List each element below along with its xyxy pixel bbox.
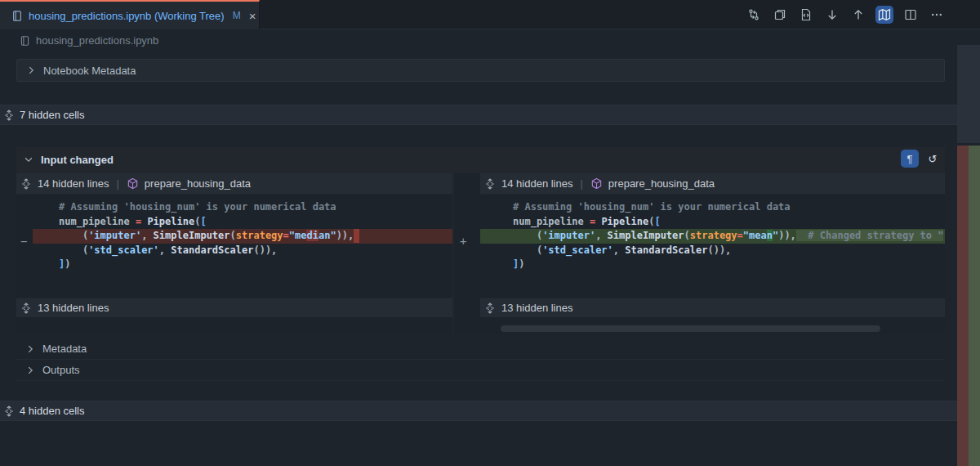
- diff-editor-modified[interactable]: 14 hidden lines | prepare_housing_data #…: [454, 173, 945, 334]
- ruler-added-strip: [969, 146, 980, 466]
- hidden-lines-footer[interactable]: 13 hidden lines: [16, 298, 452, 317]
- unfold-icon: [484, 178, 496, 190]
- code-line: ('std_scaler', StandardScaler()),: [454, 244, 945, 258]
- unfold-icon: [20, 178, 32, 190]
- metadata-row[interactable]: Metadata: [16, 338, 945, 360]
- outputs-row[interactable]: Outputs: [16, 360, 945, 381]
- notebook-metadata-label: Notebook Metadata: [43, 65, 136, 77]
- code-block-modified[interactable]: # Assuming 'housing_num' is your numeric…: [454, 195, 945, 298]
- code-block-original[interactable]: # Assuming 'housing_num' is your numeric…: [16, 195, 452, 298]
- discard-changes-button[interactable]: ↺: [924, 150, 942, 168]
- chevron-right-icon: [24, 343, 36, 355]
- arrow-down-icon[interactable]: [823, 6, 841, 24]
- symbol-method-icon: [590, 177, 603, 190]
- arrow-up-icon[interactable]: [849, 6, 867, 24]
- hidden-cells-bottom[interactable]: 4 hidden cells: [0, 401, 957, 421]
- hidden-lines-bottom-label: 13 hidden lines: [501, 302, 572, 314]
- symbol-name: prepare_housing_data: [145, 177, 251, 190]
- hidden-lines-bottom-label: 13 hidden lines: [38, 302, 109, 314]
- code-line: ]): [16, 258, 452, 272]
- editor-toolbar: [745, 0, 946, 29]
- hidden-lines-top-label: 14 hidden lines: [501, 177, 572, 190]
- code-line: ('imputer', SimpleImputer(strategy="mean…: [454, 229, 945, 244]
- removed-gutter-sign: −: [20, 235, 27, 248]
- separator: |: [114, 177, 120, 190]
- symbol-name: prepare_housing_data: [608, 177, 715, 190]
- code-line: num_pipeline = Pipeline([: [16, 215, 452, 230]
- unfold-icon: [3, 110, 15, 121]
- hidden-lines-header[interactable]: 14 hidden lines | prepare_housing_data: [16, 173, 452, 195]
- notebook-icon: [20, 35, 30, 47]
- file-code-icon[interactable]: [797, 6, 815, 24]
- notebook-icon: [11, 10, 23, 22]
- split-editor-icon[interactable]: [902, 6, 920, 24]
- input-changed-cell: Input changed ¶ ↺ 14 hidden lines | prep…: [16, 147, 945, 334]
- added-gutter-sign: +: [460, 235, 466, 248]
- code-line: # Assuming 'housing_num' is your numeric…: [16, 200, 452, 215]
- hidden-lines-header[interactable]: 14 hidden lines | prepare_housing_data: [480, 173, 945, 195]
- toggle-whitespace-button[interactable]: ¶: [901, 150, 919, 168]
- code-line: num_pipeline = Pipeline([: [454, 215, 945, 230]
- notebook-metadata-row[interactable]: Notebook Metadata: [16, 59, 945, 82]
- map-icon[interactable]: [875, 6, 893, 24]
- symbol-method-icon: [127, 177, 139, 190]
- hidden-lines-footer[interactable]: 13 hidden lines: [480, 298, 945, 317]
- breadcrumb[interactable]: housing_predictions.ipynb: [0, 30, 957, 51]
- open-changes-icon[interactable]: [771, 6, 789, 24]
- unfold-icon: [20, 302, 32, 314]
- unfold-icon: [484, 302, 496, 314]
- tab-working-tree[interactable]: housing_predictions.ipynb (Working Tree)…: [0, 0, 260, 29]
- tab-bar: housing_predictions.ipynb (Working Tree)…: [0, 0, 980, 29]
- diff-editor-original[interactable]: 14 hidden lines | prepare_housing_data #…: [16, 173, 452, 334]
- overview-ruler[interactable]: [957, 29, 980, 466]
- chevron-down-icon: [23, 154, 34, 165]
- breadcrumb-file: housing_predictions.ipynb: [36, 34, 158, 47]
- more-actions-icon[interactable]: [928, 6, 946, 24]
- cell-header-title: Input changed: [41, 154, 114, 166]
- vscode-notebook-diff: housing_predictions.ipynb (Working Tree)…: [0, 0, 980, 466]
- code-line: ('imputer', SimpleImputer(strategy="medi…: [16, 229, 452, 244]
- hidden-lines-top-label: 14 hidden lines: [38, 177, 109, 190]
- hidden-cells-top[interactable]: 7 hidden cells: [0, 105, 957, 125]
- unfold-icon: [3, 406, 15, 417]
- code-line: # Assuming 'housing_num' is your numeric…: [454, 200, 945, 215]
- cell-header[interactable]: Input changed ¶ ↺: [16, 147, 945, 172]
- code-line: ]): [454, 258, 945, 272]
- tab-title: housing_predictions.ipynb (Working Tree): [29, 10, 225, 22]
- chevron-right-icon: [25, 65, 37, 76]
- ruler-removed-strip: [957, 146, 969, 466]
- close-icon[interactable]: ×: [249, 10, 256, 22]
- scrollbar-thumb[interactable]: [957, 45, 980, 143]
- modified-badge: M: [233, 10, 241, 21]
- horizontal-scrollbar[interactable]: [501, 325, 880, 332]
- outputs-label: Outputs: [42, 364, 80, 376]
- chevron-right-icon: [24, 365, 36, 376]
- separator: |: [578, 177, 584, 190]
- code-line: ('std_scaler', StandardScaler()),: [16, 244, 452, 258]
- hidden-cells-top-label: 7 hidden cells: [20, 109, 85, 121]
- hidden-cells-bottom-label: 4 hidden cells: [20, 405, 85, 417]
- git-compare-icon[interactable]: [745, 6, 763, 24]
- cell-actions: ¶ ↺: [901, 150, 942, 168]
- metadata-label: Metadata: [42, 343, 87, 355]
